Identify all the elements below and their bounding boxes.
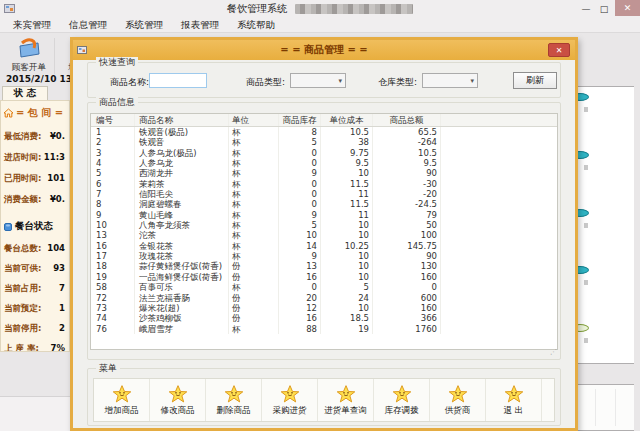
cell-stock: 20	[279, 293, 321, 303]
cell-cost: 11	[321, 210, 373, 220]
resize-grip-icon[interactable]: ⋰	[550, 348, 557, 356]
table-row[interactable]: 18 蒜仔黄鳝煲仔饭(荷香) 份 13 10 130	[91, 261, 557, 271]
table-row[interactable]: 73 爆米花(超) 份 12 10 160	[91, 303, 557, 313]
menu-button-label: 采购进货	[273, 405, 307, 417]
menu-star-button[interactable]: 采购进货	[262, 379, 318, 421]
dialog-titlebar[interactable]: = = 商品管理 = = ✕	[73, 40, 575, 60]
column-header[interactable]: 单位成本	[321, 114, 373, 126]
table-row[interactable]: 19 一品海鲜煲仔饭(荷香) 份 16 10 160	[91, 272, 557, 282]
table-row[interactable]: 9 黄山毛峰 杯 9 11 79	[91, 210, 557, 220]
menu-star-button[interactable]: 库存调拨	[374, 379, 430, 421]
cell-cost: 5	[321, 282, 373, 292]
menu-star-button[interactable]: 修改商品	[150, 379, 206, 421]
menu-star-button[interactable]: 进货单查询	[318, 379, 374, 421]
stat-value: 104	[47, 244, 65, 253]
dialog-close-button[interactable]: ✕	[548, 43, 570, 57]
cell-stock: 0	[279, 199, 321, 209]
table-row[interactable]: 4 人参乌龙 杯 0 9.5 9.5	[91, 158, 557, 168]
cell-unit: 杯	[229, 241, 279, 251]
menubar-item[interactable]: 系统管理	[116, 19, 172, 32]
dialog-icon	[77, 45, 87, 55]
close-window-button[interactable]: ✕	[615, 0, 640, 16]
column-header[interactable]: 商品总额	[373, 114, 441, 126]
table-row[interactable]: 10 八角亭龙须茶 杯 5 10 50	[91, 220, 557, 230]
table-row[interactable]: 5 西湖龙井 杯 9 10 90	[91, 168, 557, 178]
star-face-icon	[280, 384, 300, 404]
menu-bar: 来宾管理 信息管理 系统管理 报表管理 系统帮助	[0, 18, 640, 33]
table-row[interactable]: 17 玫瑰花茶 杯 9 10 90	[91, 251, 557, 261]
cell-cost: 9.75	[321, 148, 373, 158]
customer-order-icon	[16, 36, 42, 60]
cell-stock: 8	[279, 127, 321, 137]
maximize-button[interactable]: □	[596, 2, 612, 16]
table-row[interactable]: 72 法兰克福香肠 份 20 24 600	[91, 293, 557, 303]
redacted-title-text	[295, 4, 413, 14]
table-row[interactable]: 58 百事可乐 杯 0 5 0	[91, 282, 557, 292]
cell-unit: 份	[229, 272, 279, 282]
cell-id: 76	[91, 324, 135, 334]
menubar-item[interactable]: 系统帮助	[228, 19, 284, 32]
cell-name: 沱茶	[135, 230, 229, 240]
table-row[interactable]: 13 沱茶 杯 10 10 100	[91, 230, 557, 240]
cell-total: -264	[373, 137, 441, 147]
cell-unit: 份	[229, 303, 279, 313]
product-type-select[interactable]: ▾	[290, 73, 346, 88]
column-header[interactable]: 商品名称	[135, 114, 229, 126]
product-table[interactable]: 编号 商品名称 单位 商品库存 单位成本 商品总额 1 铁观音(极品) 杯 8 …	[90, 113, 558, 350]
cell-cost: 11	[321, 189, 373, 199]
product-name-input[interactable]	[149, 73, 207, 88]
cell-stock: 5	[279, 220, 321, 230]
refresh-button[interactable]: 刷新	[513, 72, 557, 89]
table-row[interactable]: 6 茉莉茶 杯 0 11.5 -30	[91, 179, 557, 189]
table-row[interactable]: 8 洞庭碧螺春 杯 0 11.5 -24.5	[91, 199, 557, 209]
star-face-icon	[336, 384, 356, 404]
cell-total: -30	[373, 179, 441, 189]
table-row[interactable]: 1 铁观音(极品) 杯 8 10.5 65.5	[91, 127, 557, 137]
cell-name: 信阳毛尖	[135, 189, 229, 199]
cell-unit: 杯	[229, 251, 279, 261]
window-titlebar: 餐饮管理系统 — □ ✕	[0, 0, 640, 18]
warehouse-type-select[interactable]: ▾	[422, 73, 478, 88]
tab-status[interactable]: 状 态	[2, 86, 48, 100]
cell-stock: 5	[279, 137, 321, 147]
stat-row: 已用时间: 101	[1, 174, 69, 183]
menubar-item[interactable]: 报表管理	[172, 19, 228, 32]
cell-unit: 杯	[229, 158, 279, 168]
table-row[interactable]: 2 铁观音 杯 5 38 -264	[91, 137, 557, 147]
table-row[interactable]: 76 峨眉雪芽 杯 88 19 1760	[91, 324, 557, 334]
product-table-header-row: 编号 商品名称 单位 商品库存 单位成本 商品总额	[91, 114, 557, 127]
column-header[interactable]: 商品库存	[279, 114, 321, 126]
cell-total: 130	[373, 261, 441, 271]
stat-label: 当前占用:	[4, 284, 41, 293]
column-header[interactable]: 单位	[229, 114, 279, 126]
status-panel: = 包 间 = 最低消费: ¥0. 进店时间: 11:3 已用时间: 101	[0, 100, 70, 352]
toolbar-button-customer-order[interactable]: 顾客开单	[4, 36, 54, 76]
menu-star-button[interactable]: 退 出	[486, 379, 542, 421]
table-row[interactable]: 74 沙茶鸡柳饭 份 16 18.5 366	[91, 313, 557, 323]
app-icon	[4, 3, 15, 14]
cell-total: -24.5	[373, 199, 441, 209]
menubar-item[interactable]: 来宾管理	[4, 19, 60, 32]
menu-star-button[interactable]: 供货商	[430, 379, 486, 421]
cell-total: 100	[373, 230, 441, 240]
product-type-label: 商品类型:	[246, 76, 285, 89]
product-info-title: 商品信息	[96, 97, 138, 108]
table-row[interactable]: 7 信阳毛尖 杯 0 11 -20	[91, 189, 557, 199]
cell-id: 72	[91, 293, 135, 303]
minimize-button[interactable]: —	[578, 2, 594, 16]
menubar-item[interactable]: 信息管理	[60, 19, 116, 32]
table-row[interactable]: 16 金银花茶 杯 14 10.25 145.75	[91, 241, 557, 251]
cell-cost: 10.25	[321, 241, 373, 251]
menu-button-label: 增加商品	[105, 405, 139, 417]
table-caption-mark	[584, 107, 588, 112]
cell-id: 13	[91, 230, 135, 240]
menu-star-button[interactable]: 增加商品	[94, 379, 150, 421]
column-header[interactable]: 编号	[91, 114, 135, 126]
menu-star-button[interactable]: 删除商品	[206, 379, 262, 421]
cell-id: 74	[91, 313, 135, 323]
cell-name: 爆米花(超)	[135, 303, 229, 313]
stat-row: 进店时间: 11:3	[1, 153, 69, 162]
table-row[interactable]: 3 人参乌龙(极品) 杯 0 9.75 10.5	[91, 148, 557, 158]
cell-unit: 份	[229, 293, 279, 303]
cell-id: 18	[91, 261, 135, 271]
